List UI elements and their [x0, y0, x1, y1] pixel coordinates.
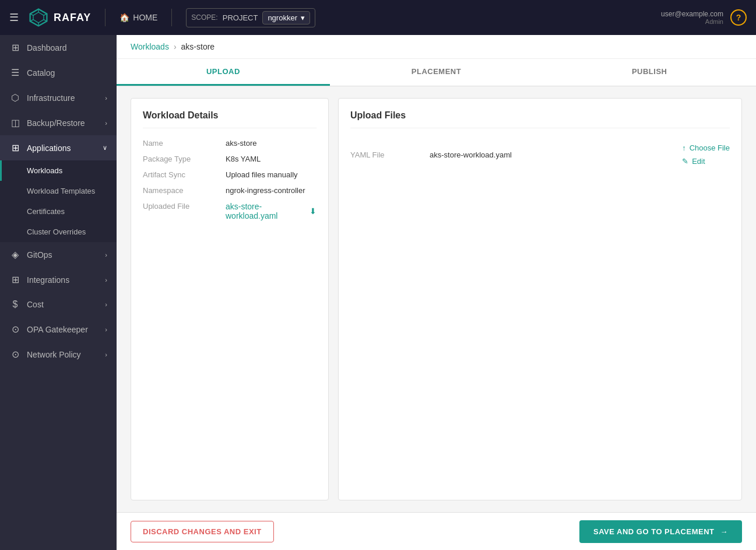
- sidebar-sub-label: Workload Templates: [27, 187, 95, 195]
- sidebar-item-label: Integrations: [27, 275, 69, 285]
- scope-selector: SCOPE: PROJECT ngrokker ▾: [186, 8, 315, 27]
- logo-text: RAFAY: [54, 12, 91, 24]
- uploaded-file-link[interactable]: aks-store-workload.yaml ⬇: [226, 202, 317, 220]
- scope-type: PROJECT: [223, 13, 258, 22]
- user-email: user@example.com: [661, 10, 723, 18]
- choose-file-button[interactable]: ↑ Choose File: [682, 143, 730, 152]
- tab-placement[interactable]: PLACEMENT: [330, 59, 543, 86]
- details-table: Name aks-store Package Type K8s YAML Art…: [143, 139, 317, 220]
- upload-files-title: Upload Files: [350, 110, 730, 128]
- chevron-right-icon: ›: [105, 251, 107, 258]
- detail-namespace-label: Namespace: [143, 186, 219, 195]
- content-area: Workload Details Name aks-store Package …: [117, 86, 756, 512]
- sidebar-sub-item-certificates[interactable]: Certificates: [0, 201, 117, 222]
- sidebar-item-backup[interactable]: ◫ Backup/Restore ›: [0, 110, 117, 135]
- user-info: user@example.com Admin: [661, 10, 723, 25]
- breadcrumb-parent-link[interactable]: Workloads: [131, 42, 169, 51]
- svg-marker-1: [33, 12, 44, 23]
- chevron-right-icon: ›: [105, 120, 107, 127]
- edit-icon: ✎: [682, 157, 688, 166]
- sidebar-item-label: GitOps: [27, 250, 52, 260]
- sidebar-item-opa[interactable]: ⊙ OPA Gatekeeper ›: [0, 317, 117, 342]
- breadcrumb-separator: ›: [174, 42, 177, 51]
- edit-button[interactable]: ✎ Edit: [682, 157, 705, 166]
- rafay-logo-icon: [28, 7, 49, 28]
- detail-uploaded-row: Uploaded File aks-store-workload.yaml ⬇: [143, 202, 317, 220]
- tab-publish[interactable]: PUBLISH: [543, 59, 756, 86]
- scope-project-dropdown[interactable]: ngrokker ▾: [262, 11, 310, 24]
- logo: RAFAY: [28, 7, 91, 28]
- cards-row: Workload Details Name aks-store Package …: [131, 98, 742, 500]
- sidebar: ⊞ Dashboard ☰ Catalog ⬡ Infrastructure ›…: [0, 35, 117, 550]
- sidebar-item-label: Backup/Restore: [27, 118, 85, 128]
- sidebar-item-network[interactable]: ⊙ Network Policy ›: [0, 342, 117, 367]
- tab-upload[interactable]: UPLOAD: [117, 59, 330, 86]
- sidebar-item-label: Dashboard: [27, 43, 67, 52]
- breadcrumb: Workloads › aks-store: [117, 35, 756, 59]
- upload-actions: ↑ Choose File ✎ Edit: [682, 143, 730, 166]
- upload-icon: ↑: [682, 143, 686, 152]
- chevron-right-icon: ›: [105, 326, 107, 333]
- yaml-label: YAML File: [350, 150, 420, 159]
- chevron-down-icon: ∨: [103, 144, 107, 152]
- topbar-divider2: [171, 9, 172, 26]
- home-link[interactable]: 🏠 HOME: [119, 13, 157, 22]
- help-button[interactable]: ?: [730, 9, 747, 26]
- chevron-down-icon: ▾: [301, 13, 305, 22]
- applications-icon: ⊞: [9, 142, 21, 153]
- chevron-right-icon: ›: [105, 351, 107, 358]
- sidebar-sub-label: Workloads: [27, 166, 62, 175]
- chevron-right-icon: ›: [105, 94, 107, 101]
- user-role: Admin: [661, 18, 723, 25]
- menu-icon[interactable]: ☰: [9, 11, 19, 24]
- detail-package-value: K8s YAML: [226, 155, 261, 163]
- sidebar-item-infrastructure[interactable]: ⬡ Infrastructure ›: [0, 85, 117, 110]
- catalog-icon: ☰: [9, 67, 21, 78]
- sidebar-item-label: Network Policy: [27, 350, 81, 359]
- detail-uploaded-label: Uploaded File: [143, 202, 219, 220]
- sidebar-item-label: Infrastructure: [27, 93, 75, 103]
- sidebar-item-cost[interactable]: $ Cost ›: [0, 292, 117, 317]
- discard-button[interactable]: DISCARD CHANGES AND EXIT: [131, 521, 274, 542]
- detail-artifact-value: Upload files manually: [226, 170, 298, 179]
- sidebar-item-label: OPA Gatekeeper: [27, 325, 88, 334]
- topbar-divider1: [105, 9, 106, 26]
- scope-project-value: ngrokker: [268, 13, 297, 22]
- sidebar-sub-label: Certificates: [27, 207, 65, 216]
- detail-name-label: Name: [143, 139, 219, 148]
- detail-namespace-row: Namespace ngrok-ingress-controller: [143, 186, 317, 195]
- topbar-right: user@example.com Admin ?: [661, 9, 747, 26]
- sidebar-sub-item-cluster-overrides[interactable]: Cluster Overrides: [0, 222, 117, 242]
- workload-details-title: Workload Details: [143, 110, 317, 128]
- upload-yaml-row: YAML File aks-store-workload.yaml ↑ Choo…: [350, 139, 730, 170]
- tabs: UPLOAD PLACEMENT PUBLISH: [117, 59, 756, 86]
- save-placement-button[interactable]: SAVE AND GO TO PLACEMENT →: [579, 520, 742, 543]
- sidebar-item-catalog[interactable]: ☰ Catalog: [0, 60, 117, 85]
- detail-package-label: Package Type: [143, 155, 219, 163]
- sidebar-item-applications[interactable]: ⊞ Applications ∨: [0, 135, 117, 160]
- yaml-filename: aks-store-workload.yaml: [430, 150, 673, 159]
- scope-label: SCOPE:: [191, 13, 217, 22]
- chevron-right-icon: ›: [105, 276, 107, 283]
- detail-name-row: Name aks-store: [143, 139, 317, 148]
- dashboard-icon: ⊞: [9, 42, 21, 53]
- detail-name-value: aks-store: [226, 139, 256, 148]
- sidebar-item-integrations[interactable]: ⊞ Integrations ›: [0, 267, 117, 292]
- upload-files-card: Upload Files YAML File aks-store-workloa…: [338, 98, 742, 500]
- chevron-right-icon: ›: [105, 301, 107, 308]
- layout: ⊞ Dashboard ☰ Catalog ⬡ Infrastructure ›…: [0, 35, 756, 550]
- gitops-icon: ◈: [9, 249, 21, 260]
- sidebar-item-dashboard[interactable]: ⊞ Dashboard: [0, 35, 117, 60]
- sidebar-sub-item-workload-templates[interactable]: Workload Templates: [0, 181, 117, 201]
- breadcrumb-current: aks-store: [181, 42, 215, 51]
- detail-namespace-value: ngrok-ingress-controller: [226, 186, 305, 195]
- sidebar-item-gitops[interactable]: ◈ GitOps ›: [0, 242, 117, 267]
- network-icon: ⊙: [9, 349, 21, 360]
- sidebar-sub-item-workloads[interactable]: Workloads: [0, 160, 117, 181]
- detail-artifact-row: Artifact Sync Upload files manually: [143, 170, 317, 179]
- sidebar-sub-label: Cluster Overrides: [27, 227, 86, 236]
- sidebar-item-label: Applications: [27, 143, 71, 153]
- workload-details-card: Workload Details Name aks-store Package …: [131, 98, 329, 500]
- home-icon: 🏠: [119, 13, 129, 22]
- sidebar-item-label: Cost: [27, 300, 44, 309]
